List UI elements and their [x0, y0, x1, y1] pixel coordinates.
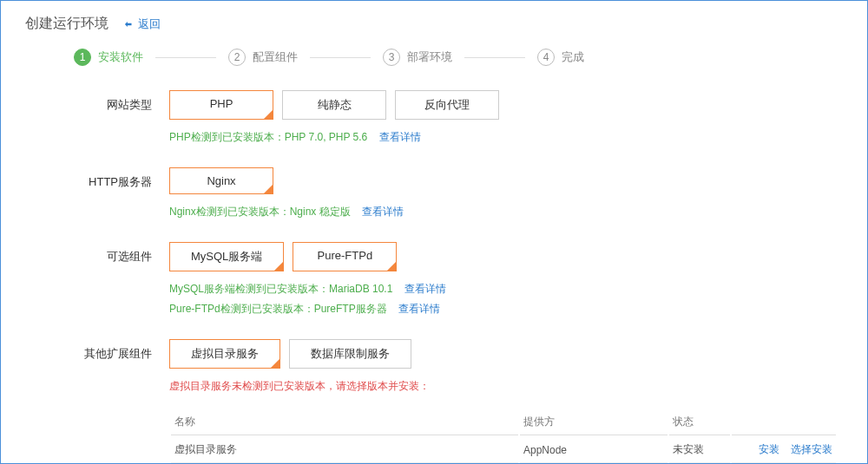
- site-type-hint: PHP检测到已安装版本：PHP 7.0, PHP 5.6: [169, 131, 367, 143]
- step-3-label: 部署环境: [407, 49, 452, 65]
- back-link[interactable]: 返回: [122, 16, 161, 32]
- step-3-num: 3: [383, 49, 400, 66]
- back-link-label: 返回: [138, 16, 161, 32]
- step-2-label: 配置组件: [253, 49, 298, 65]
- optional-label: 可选组件: [74, 242, 169, 265]
- ext-warning: 虚拟目录服务未检测到已安装版本，请选择版本并安装：: [169, 380, 430, 392]
- select-install-action[interactable]: 选择安装: [791, 443, 832, 455]
- th-vendor: 提供方: [520, 409, 667, 435]
- back-arrow-icon: [122, 18, 135, 30]
- step-separator: [155, 57, 216, 58]
- stepper: 1 安装软件 2 配置组件 3 部署环境 4 完成: [74, 49, 843, 66]
- step-1: 1 安装软件: [74, 49, 143, 66]
- install-table: 名称 提供方 状态 虚拟目录服务 AppNode 未安装 安装: [169, 408, 838, 464]
- step-1-label: 安装软件: [98, 49, 143, 65]
- site-type-option-php[interactable]: PHP: [169, 90, 273, 120]
- page-title: 创建运行环境: [25, 15, 108, 33]
- cell-status: 未安装: [669, 437, 730, 463]
- http-server-hint: Nginx检测到已安装版本：Nginx 稳定版: [169, 206, 351, 218]
- site-type-detail-link[interactable]: 查看详情: [379, 131, 421, 143]
- step-4-num: 4: [537, 49, 555, 66]
- ftpd-hint: Pure-FTPd检测到已安装版本：PureFTP服务器: [169, 303, 387, 315]
- mysql-hint: MySQL服务端检测到已安装版本：MariaDB 10.1: [169, 283, 392, 295]
- install-action[interactable]: 安装: [759, 443, 779, 455]
- ftpd-detail-link[interactable]: 查看详情: [398, 303, 440, 315]
- site-type-option-static[interactable]: 纯静态: [282, 90, 386, 120]
- step-4-label: 完成: [562, 49, 584, 65]
- optional-option-mysql[interactable]: MySQL服务端: [169, 242, 284, 271]
- mysql-detail-link[interactable]: 查看详情: [404, 283, 446, 295]
- step-separator: [464, 57, 525, 58]
- step-2: 2 配置组件: [228, 49, 298, 66]
- http-server-detail-link[interactable]: 查看详情: [362, 206, 404, 218]
- step-1-num: 1: [74, 49, 91, 66]
- step-2-num: 2: [228, 49, 246, 66]
- table-row: 虚拟目录服务 AppNode 未安装 安装 选择安装: [171, 437, 836, 463]
- th-status: 状态: [669, 409, 730, 435]
- cell-name: 虚拟目录服务: [171, 437, 518, 463]
- cell-vendor: AppNode: [520, 437, 667, 463]
- step-4: 4 完成: [537, 49, 584, 66]
- step-separator: [310, 57, 371, 58]
- site-type-label: 网站类型: [74, 90, 169, 113]
- site-type-option-reverse-proxy[interactable]: 反向代理: [395, 90, 499, 120]
- http-server-label: HTTP服务器: [74, 167, 169, 190]
- ext-option-db-limit[interactable]: 数据库限制服务: [289, 339, 411, 369]
- step-3: 3 部署环境: [383, 49, 452, 66]
- th-name: 名称: [171, 409, 518, 435]
- optional-option-pureftpd[interactable]: Pure-FTPd: [293, 242, 397, 271]
- extensions-label: 其他扩展组件: [74, 339, 169, 362]
- http-server-option-nginx[interactable]: Nginx: [169, 167, 273, 194]
- ext-option-vhost-dir[interactable]: 虚拟目录服务: [169, 339, 280, 369]
